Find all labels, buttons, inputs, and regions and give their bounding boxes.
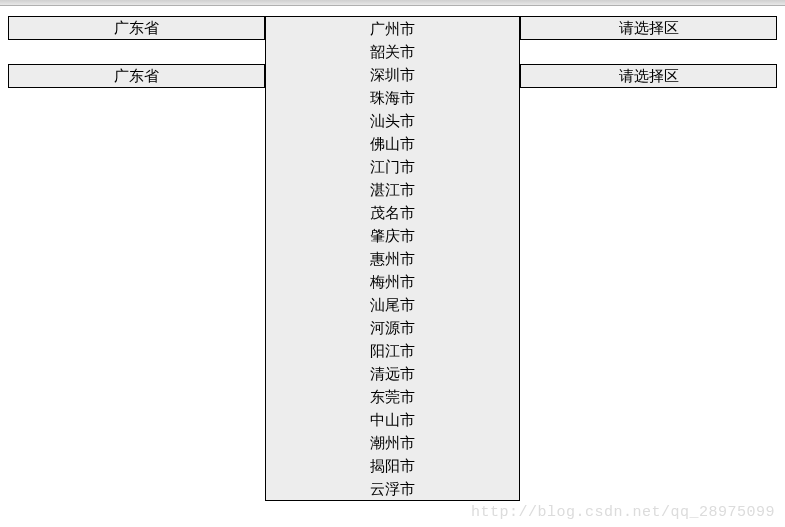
province-select-1-label: 广东省 [114,19,159,36]
city-dropdown-list[interactable]: 广州市 韶关市 深圳市 珠海市 汕头市 佛山市 江门市 湛江市 茂名市 肇庆市 … [265,16,520,501]
list-item[interactable]: 深圳市 [266,63,519,86]
list-item[interactable]: 潮州市 [266,431,519,454]
window-top-bar [0,0,785,6]
list-item[interactable]: 云浮市 [266,477,519,500]
province-select-1[interactable]: 广东省 [8,16,265,40]
list-item[interactable]: 河源市 [266,316,519,339]
district-select-1[interactable]: 请选择区 [520,16,777,40]
list-item[interactable]: 阳江市 [266,339,519,362]
list-item[interactable]: 清远市 [266,362,519,385]
watermark-text: http://blog.csdn.net/qq_28975099 [471,504,775,521]
list-item[interactable]: 广州市 [266,17,519,40]
list-item[interactable]: 佛山市 [266,132,519,155]
list-item[interactable]: 茂名市 [266,201,519,224]
list-item[interactable]: 中山市 [266,408,519,431]
list-item[interactable]: 东莞市 [266,385,519,408]
province-select-2-label: 广东省 [114,67,159,84]
list-item[interactable]: 江门市 [266,155,519,178]
district-select-2[interactable]: 请选择区 [520,64,777,88]
list-item[interactable]: 韶关市 [266,40,519,63]
list-item[interactable]: 汕头市 [266,109,519,132]
list-item[interactable]: 珠海市 [266,86,519,109]
district-select-1-label: 请选择区 [619,19,679,36]
list-item[interactable]: 肇庆市 [266,224,519,247]
list-item[interactable]: 惠州市 [266,247,519,270]
list-item[interactable]: 湛江市 [266,178,519,201]
list-item[interactable]: 汕尾市 [266,293,519,316]
province-select-2[interactable]: 广东省 [8,64,265,88]
list-item[interactable]: 揭阳市 [266,454,519,477]
list-item[interactable]: 梅州市 [266,270,519,293]
district-select-2-label: 请选择区 [619,67,679,84]
